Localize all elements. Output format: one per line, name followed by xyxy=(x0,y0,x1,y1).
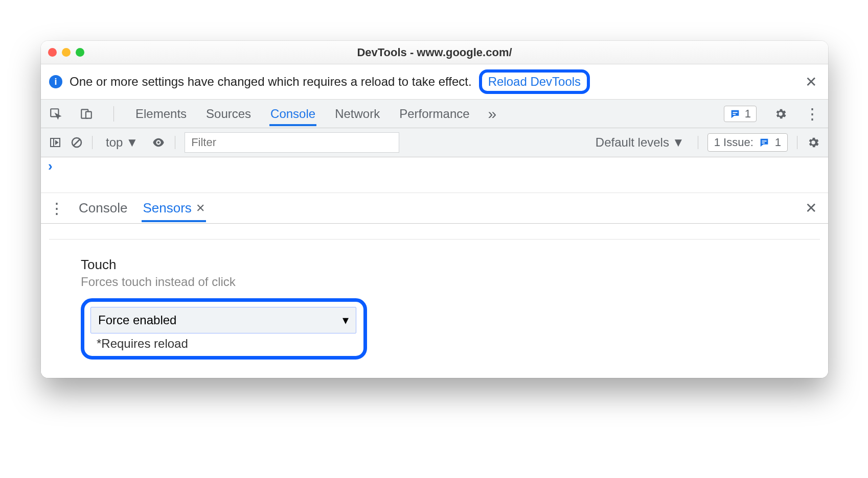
drawer-tab-console[interactable]: Console xyxy=(78,194,128,222)
levels-label: Default levels xyxy=(596,135,669,150)
tab-sources[interactable]: Sources xyxy=(205,102,252,126)
touch-select-value: Force enabled xyxy=(98,313,176,327)
tab-performance[interactable]: Performance xyxy=(398,102,470,126)
console-settings-icon[interactable] xyxy=(807,136,820,149)
more-menu-icon[interactable]: ⋮ xyxy=(805,105,820,123)
inspect-element-icon[interactable] xyxy=(49,107,62,121)
reload-infobar: i One or more settings have changed whic… xyxy=(41,64,828,100)
window-title: DevTools - www.google.com/ xyxy=(41,46,828,59)
divider xyxy=(49,239,820,240)
context-label: top xyxy=(106,135,123,150)
close-tab-icon[interactable]: ✕ xyxy=(196,202,205,215)
touch-description: Forces touch instead of click xyxy=(81,275,820,289)
close-infobar-button[interactable]: ✕ xyxy=(802,74,820,90)
svg-line-8 xyxy=(74,139,80,146)
requires-reload-note: *Requires reload xyxy=(97,337,357,351)
tab-console[interactable]: Console xyxy=(269,102,316,126)
levels-dropdown[interactable]: Default levels ▼ xyxy=(591,134,689,151)
message-icon xyxy=(729,108,741,119)
live-expression-icon[interactable] xyxy=(151,135,166,150)
chevron-down-icon: ▼ xyxy=(126,135,138,150)
touch-select[interactable]: Force enabled ▾ xyxy=(90,307,356,333)
context-dropdown[interactable]: top ▼ xyxy=(102,134,142,151)
issues-label: 1 Issue: xyxy=(714,136,753,149)
devtools-window: DevTools - www.google.com/ i One or more… xyxy=(41,41,828,378)
filter-input[interactable] xyxy=(185,132,399,153)
toggle-sidebar-icon[interactable] xyxy=(49,136,61,149)
window-titlebar: DevTools - www.google.com/ xyxy=(41,41,828,64)
device-toolbar-icon[interactable] xyxy=(80,107,93,121)
prompt-caret-icon: › xyxy=(48,158,53,174)
tab-network[interactable]: Network xyxy=(334,102,381,126)
more-tabs-icon[interactable]: » xyxy=(488,105,497,123)
close-drawer-button[interactable]: ✕ xyxy=(802,200,820,217)
drawer-tab-sensors[interactable]: Sensors ✕ xyxy=(142,194,205,222)
message-icon xyxy=(759,137,770,148)
svg-rect-3 xyxy=(733,112,737,113)
tab-elements[interactable]: Elements xyxy=(134,102,188,126)
drawer-tabstrip: ⋮ Console Sensors ✕ ✕ xyxy=(41,193,828,224)
info-icon: i xyxy=(49,75,62,88)
chevron-down-icon: ▾ xyxy=(342,313,349,327)
svg-rect-4 xyxy=(733,114,736,115)
console-output[interactable]: › xyxy=(41,157,828,193)
svg-rect-2 xyxy=(86,111,92,118)
sensors-panel: Touch Forces touch instead of click Forc… xyxy=(41,224,828,378)
infobar-message: One or more settings have changed which … xyxy=(70,75,472,89)
issues-count: 1 xyxy=(775,136,781,149)
drawer-menu-icon[interactable]: ⋮ xyxy=(49,199,64,217)
clear-console-icon[interactable] xyxy=(71,136,83,149)
touch-highlight: Force enabled ▾ *Requires reload xyxy=(81,298,367,360)
console-toolbar: top ▼ Default levels ▼ 1 Issue: 1 xyxy=(41,128,828,157)
issues-chip-count: 1 xyxy=(745,107,751,121)
svg-rect-10 xyxy=(762,140,766,141)
svg-rect-11 xyxy=(762,142,765,144)
main-tabstrip: Elements Sources Console Network Perform… xyxy=(41,100,828,128)
issues-chip[interactable]: 1 xyxy=(724,106,757,122)
svg-point-9 xyxy=(157,141,160,144)
issues-summary[interactable]: 1 Issue: 1 xyxy=(707,133,788,152)
touch-heading: Touch xyxy=(81,257,820,273)
settings-icon[interactable] xyxy=(774,107,787,121)
chevron-down-icon: ▼ xyxy=(672,135,684,150)
reload-devtools-button[interactable]: Reload DevTools xyxy=(479,69,590,94)
